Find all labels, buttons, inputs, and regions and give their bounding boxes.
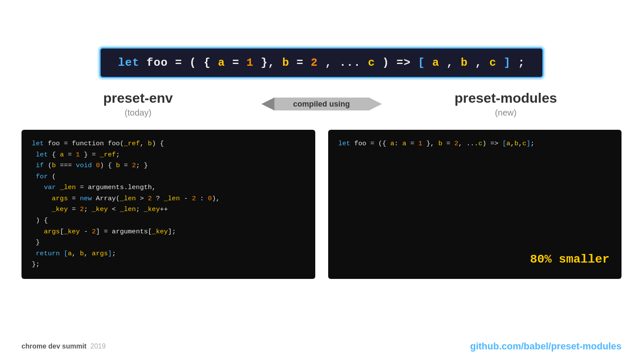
code-line-7: _key = 2; _key < _len; _key++ [32,204,305,215]
code-b: b [282,56,289,69]
code-c: c [368,56,375,69]
top-code-box: let foo = ( { a = 1 }, b = 2 , ... c ) =… [99,47,544,78]
code-com1: , [446,56,454,69]
code-aeq: = [232,56,246,69]
bottom-panels: let foo = function foo(_ref, b) { let { … [0,130,643,279]
svg-marker-1 [262,98,274,110]
left-code-panel: let foo = function foo(_ref, b) { let { … [22,130,315,279]
code-semi: ; [518,56,525,69]
code-line-11: return [a, b, args]; [32,248,305,260]
code-com2: , [475,56,483,69]
code-rbr: ] [504,56,511,69]
footer-link[interactable]: github.com/babel/preset-modules [470,341,621,352]
code-lbr: [ [418,56,425,69]
footer-brand-name: chrome dev summit [22,343,86,350]
code-2: 2 [311,56,318,69]
code-eq: = ( [175,56,197,69]
code-beq: = [296,56,311,69]
code-brace1: { [203,56,218,69]
code-line-2: let { a = 1 } = _ref; [32,150,305,161]
code-brace2: }, [261,56,282,69]
code-1: 1 [246,56,254,69]
code-comma: , ... [325,56,361,69]
code-arrow: ) => [382,56,418,69]
code-foo: foo [147,56,168,69]
smaller-badge: 80% smaller [530,250,609,269]
slide: let foo = ( { a = 1 }, b = 2 , ... c ) =… [0,0,643,364]
code-let: let [118,56,139,69]
code-line-5: var _len = arguments.length, [32,182,305,193]
right-code-line-1: let foo = ({ a: a = 1 }, b = 2, ...c) =>… [338,138,612,150]
code-line-10: } [32,237,305,248]
code-line-8: ) { [32,215,305,226]
label-preset-modules: preset-modules (new) [455,90,557,118]
preset-env-subtitle: (today) [103,108,173,118]
double-arrow: compiled using [262,91,382,117]
code-a: a [218,56,225,69]
footer-year: 2019 [90,343,106,350]
arrow-text: compiled using [293,100,350,109]
label-preset-env: preset-env (today) [103,90,173,118]
right-code-panel: let foo = ({ a: a = 1 }, b = 2, ...c) =>… [328,130,622,279]
code-line-6: args = new Array(_len > 2 ? _len - 2 : 0… [32,193,305,205]
code-line-12: }; [32,259,305,270]
middle-section: preset-env (today) compiled using preset… [0,91,643,117]
preset-modules-subtitle: (new) [455,108,557,118]
code-line-4: for ( [32,171,305,183]
code-line-9: args[_key - 2] = arguments[_key]; [32,226,305,238]
arrow-shape: compiled using [262,91,382,117]
code-line-1: let foo = function foo(_ref, b) { [32,138,305,150]
preset-modules-title: preset-modules [455,90,557,106]
preset-env-title: preset-env [103,90,173,106]
footer-brand: chrome dev summit 2019 [22,343,106,350]
code-b2: b [461,56,468,69]
code-c2: c [489,56,497,69]
code-a2: a [432,56,440,69]
code-line-3: if (b === void 0) { b = 2; } [32,160,305,171]
footer: chrome dev summit 2019 github.com/babel/… [0,341,643,352]
